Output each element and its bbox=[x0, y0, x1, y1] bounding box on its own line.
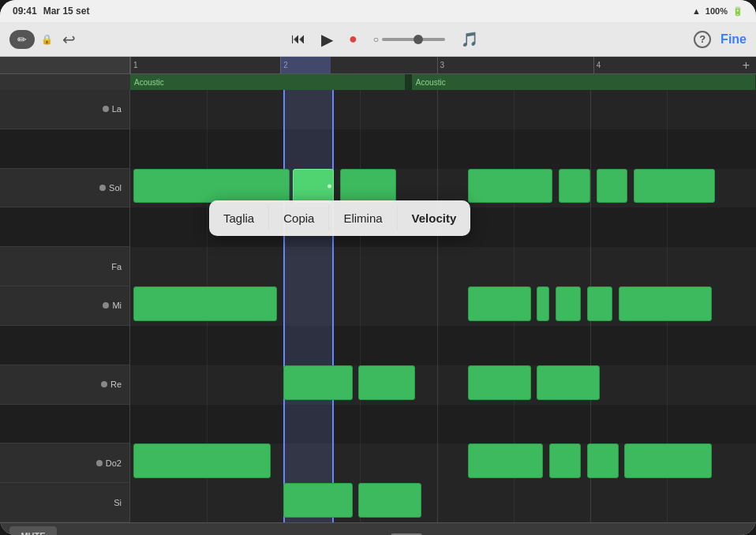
key-mi-dot bbox=[103, 302, 109, 309]
note-block[interactable] bbox=[133, 286, 277, 321]
key-black-4[interactable] bbox=[0, 405, 129, 444]
context-menu-elimina[interactable]: Elimina bbox=[329, 205, 397, 231]
note-block[interactable] bbox=[587, 286, 612, 321]
key-re-dot bbox=[101, 381, 107, 387]
undo-button[interactable]: ↩ bbox=[62, 30, 76, 49]
key-si[interactable]: Si bbox=[0, 483, 129, 522]
timeline-header: 1 2 3 4 + bbox=[0, 57, 756, 74]
note-block[interactable] bbox=[537, 286, 549, 321]
battery-icon: 🔋 bbox=[732, 6, 743, 17]
key-mi[interactable]: Mi bbox=[0, 286, 129, 326]
status-bar: 09:41 Mar 15 set ▲ 100% 🔋 bbox=[0, 0, 756, 22]
context-menu-velocity[interactable]: Velocity bbox=[398, 205, 471, 231]
note-block[interactable] bbox=[283, 365, 352, 400]
note-block[interactable] bbox=[283, 483, 352, 518]
key-sol-dot bbox=[99, 185, 106, 191]
pencil-icon: ✏ bbox=[17, 33, 27, 46]
pencil-tool[interactable]: ✏ bbox=[9, 30, 35, 49]
ruler-mark-3: 3 bbox=[437, 57, 445, 74]
volume-icon: ○ bbox=[373, 34, 379, 45]
status-bar-right: ▲ 100% 🔋 bbox=[692, 6, 743, 17]
black-row-1 bbox=[130, 129, 756, 169]
note-block[interactable] bbox=[468, 286, 530, 321]
note-block[interactable] bbox=[619, 286, 713, 321]
region-label-spacer bbox=[0, 74, 130, 90]
selection-region bbox=[283, 90, 333, 522]
toolbar-right: ? Fine bbox=[694, 31, 747, 48]
region-label-track: Acoustic Acoustic bbox=[130, 74, 756, 90]
toolbar: ✏ 🔒 ↩ ⏮ ▶ ● ○ 🎵 ? Fine bbox=[0, 22, 756, 57]
note-block[interactable] bbox=[559, 169, 590, 204]
date-display: Mar 15 set bbox=[43, 6, 90, 17]
key-fa[interactable]: Fa bbox=[0, 247, 129, 286]
toolbar-center: ⏮ ▶ ● ○ 🎵 bbox=[82, 30, 687, 49]
key-re[interactable]: Re bbox=[0, 365, 129, 405]
selection-ruler bbox=[280, 57, 330, 74]
time-display: 09:41 bbox=[13, 6, 37, 17]
record-button[interactable]: ● bbox=[349, 31, 357, 47]
key-do2-dot bbox=[96, 460, 103, 466]
ruler-mark-4: 4 bbox=[593, 57, 601, 74]
note-block[interactable] bbox=[133, 169, 290, 204]
lock-icon: 🔒 bbox=[41, 34, 53, 45]
key-la[interactable]: La bbox=[0, 90, 129, 129]
note-block[interactable] bbox=[624, 443, 712, 478]
region-label-bar: Acoustic Acoustic bbox=[0, 74, 756, 90]
rewind-button[interactable]: ⏮ bbox=[291, 31, 305, 47]
add-button[interactable]: + bbox=[743, 58, 750, 73]
ruler-mark-1: 1 bbox=[130, 57, 138, 74]
context-menu-taglia[interactable]: Taglia bbox=[209, 205, 269, 231]
context-menu-copia[interactable]: Copia bbox=[269, 205, 329, 231]
note-block[interactable] bbox=[468, 365, 530, 400]
volume-control: ○ bbox=[373, 34, 445, 45]
fine-button[interactable]: Fine bbox=[720, 32, 747, 47]
volume-slider[interactable] bbox=[382, 38, 445, 41]
context-menu: Taglia Copia Elimina Velocity bbox=[209, 200, 470, 236]
mute-bar: MUTE bbox=[0, 522, 756, 535]
grid-v-2b bbox=[360, 90, 361, 522]
mute-button[interactable]: MUTE bbox=[9, 526, 57, 536]
note-block[interactable] bbox=[133, 443, 271, 478]
note-block[interactable] bbox=[358, 365, 414, 400]
key-black-2[interactable] bbox=[0, 208, 129, 247]
wifi-icon: ▲ bbox=[692, 6, 701, 16]
note-block[interactable] bbox=[549, 443, 581, 478]
key-black-3[interactable] bbox=[0, 326, 129, 365]
note-block[interactable] bbox=[597, 169, 628, 204]
note-block[interactable] bbox=[468, 169, 552, 204]
note-block[interactable] bbox=[587, 443, 619, 478]
region-label-1: Acoustic bbox=[412, 74, 756, 90]
note-block[interactable] bbox=[358, 483, 421, 518]
key-do2[interactable]: Do2 bbox=[0, 443, 129, 483]
piano-keys-sidebar: La Sol Fa Mi Re bbox=[0, 90, 130, 522]
note-dot bbox=[327, 184, 331, 188]
note-block-selected[interactable] bbox=[293, 169, 334, 204]
key-black-1[interactable] bbox=[0, 129, 129, 169]
note-block[interactable] bbox=[634, 169, 715, 204]
metronome-button[interactable]: 🎵 bbox=[461, 31, 478, 48]
key-sol[interactable]: Sol bbox=[0, 169, 129, 208]
note-block[interactable] bbox=[340, 169, 396, 204]
note-grid[interactable]: Taglia Copia Elimina Velocity bbox=[130, 90, 756, 522]
play-button[interactable]: ▶ bbox=[321, 30, 333, 49]
note-block[interactable] bbox=[468, 443, 543, 478]
help-button[interactable]: ? bbox=[694, 31, 711, 48]
status-bar-left: 09:41 Mar 15 set bbox=[13, 6, 89, 17]
timeline-spacer bbox=[0, 57, 130, 74]
volume-knob bbox=[414, 35, 423, 44]
ipad-frame: 09:41 Mar 15 set ▲ 100% 🔋 ✏ 🔒 ↩ ⏮ ▶ ● ○ … bbox=[0, 0, 756, 535]
region-label-0: Acoustic bbox=[130, 74, 406, 90]
battery-display: 100% bbox=[705, 6, 728, 16]
timeline-ruler: 1 2 3 4 + bbox=[130, 57, 756, 74]
note-block[interactable] bbox=[556, 286, 581, 321]
key-la-dot bbox=[103, 106, 109, 112]
black-row-3 bbox=[130, 326, 756, 365]
piano-roll: La Sol Fa Mi Re bbox=[0, 90, 756, 522]
grid-v-3 bbox=[437, 90, 438, 522]
black-row-4 bbox=[130, 405, 756, 444]
note-block[interactable] bbox=[537, 365, 599, 400]
